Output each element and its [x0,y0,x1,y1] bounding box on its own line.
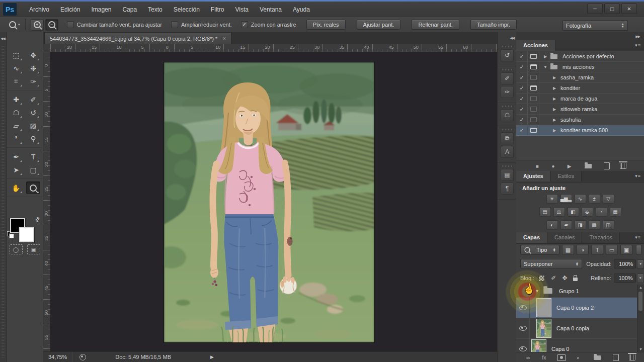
button-ajustar-pant[interactable]: Ajustar pant. [357,20,401,30]
include-check-icon[interactable]: ✓ [516,115,528,125]
menu-archivo[interactable]: Archivo [24,4,55,15]
properties-panel-icon[interactable]: ¶ [501,183,514,195]
brush-presets-panel-icon[interactable]: ✑ [501,86,514,98]
quick-selection-tool-icon[interactable]: ❉ [26,62,40,74]
filter-adjustment-layers-icon[interactable]: ◑ [577,245,589,255]
dialog-toggle-icon[interactable] [528,104,539,114]
layer-row-capa-0-copia[interactable]: Capa 0 copia [516,318,644,339]
panel-menu-icon[interactable]: ▾≡ [635,173,641,178]
visibility-toggle[interactable] [516,298,530,318]
tab-ajustes[interactable]: Ajustes [516,171,551,182]
zoom-tool-icon[interactable] [26,182,40,194]
expand-right-icon[interactable]: ▶ [551,86,557,90]
menu-filtro[interactable]: Filtro [205,4,230,15]
eraser-tool-icon[interactable]: ▱ [9,119,23,132]
layer-thumbnail[interactable] [537,319,551,337]
brush-tool-icon[interactable]: ✐ [26,93,40,106]
menu-vista[interactable]: Vista [229,4,254,15]
pen-tool-icon[interactable]: ✒ [9,150,23,163]
selective-color-icon[interactable]: ◫ [603,220,614,230]
path-selection-tool-icon[interactable]: ➤ [9,163,23,176]
threshold-icon[interactable]: ◨ [575,220,586,230]
canvas-image[interactable] [164,62,374,342]
crop-tool-icon[interactable]: ⌗ [9,75,23,87]
menu-capa[interactable]: Capa [117,4,142,15]
lock-all-icon[interactable] [573,276,578,281]
action-row-sitioweb-ramka[interactable]: ✓▶sitioweb ramka [516,104,644,115]
menu-ventana[interactable]: Ventana [254,4,287,15]
channel-mixer-icon[interactable]: ◔ [596,207,607,217]
new-layer-icon[interactable] [613,354,619,361]
button-rellenar-pant[interactable]: Rellenar pant. [412,20,459,30]
lasso-tool-icon[interactable]: ∿ [9,62,23,74]
zoom-tool-preset[interactable]: ▾ [9,21,20,28]
zoom-out-button[interactable]: − [45,19,58,31]
dialog-toggle-icon[interactable] [528,125,539,135]
layer-thumbnail[interactable] [532,340,546,352]
new-adjustment-layer-icon[interactable]: ◐ [576,355,582,360]
collapse-panel-icon[interactable]: ◀◀ [1,37,5,41]
blend-mode-select[interactable]: Superponer ▲▼ [520,259,582,269]
expand-right-icon[interactable]: ▶ [551,97,557,101]
stop-playing-icon[interactable]: ■ [534,163,540,169]
include-check-icon[interactable]: ✓ [516,51,528,61]
layer-filter-type-select[interactable]: Tipo ▲▼ [520,245,559,255]
tab-acciones[interactable]: Acciones [516,40,555,51]
add-layer-mask-icon[interactable] [557,354,566,361]
scroll-down-icon[interactable]: ▼ [637,347,644,351]
lock-image-pixels-icon[interactable]: ✐ [551,275,556,282]
checkbox-icon[interactable] [171,21,178,28]
collapse-dock-icon[interactable]: ▶▶ [635,35,640,39]
lock-transparent-pixels-icon[interactable] [538,275,545,282]
layer-style-icon[interactable]: fx [541,355,547,360]
tab-canales[interactable]: Canales [547,232,582,243]
levels-icon[interactable]: ▄▆▂ [560,194,572,204]
blur-tool-icon[interactable]: ❜ [9,132,23,145]
dodge-tool-icon[interactable]: ⚲ [26,132,40,145]
screen-mode-button[interactable]: ▣ [27,244,40,254]
filter-type-layers-icon[interactable]: T [591,245,603,255]
expand-right-icon[interactable]: ▶ [542,54,548,59]
zoom-in-button[interactable]: + [31,19,44,31]
scrollbar-thumb[interactable] [638,292,642,311]
include-check-icon[interactable]: ✓ [516,72,528,82]
include-check-icon[interactable]: ✓ [516,83,528,93]
fill-field[interactable]: 100% [614,274,636,283]
dialog-toggle-icon[interactable] [528,51,539,61]
dialog-toggle-icon[interactable] [528,115,539,125]
menu-seleccion[interactable]: Selección [168,4,205,15]
visibility-toggle[interactable] [516,339,530,352]
include-check-icon[interactable]: ✓ [516,62,528,72]
gradient-map-icon[interactable]: ▩ [589,220,600,230]
tab-capas[interactable]: Capas [516,232,547,243]
swap-colors-icon[interactable]: ⇄ [34,216,42,224]
scroll-up-icon[interactable]: ▲ [637,286,644,289]
black-white-icon[interactable]: ◧ [568,207,579,217]
checkbox-icon[interactable] [67,21,74,28]
action-row-sasha-ramka[interactable]: ✓▶sasha_ramka [516,72,644,83]
status-menu-arrow[interactable]: ▶ [210,354,214,359]
brush-panel-icon[interactable]: ✐ [501,72,514,84]
type-tool-icon[interactable]: T [26,150,40,163]
new-group-icon[interactable] [592,355,603,360]
menu-texto[interactable]: Texto [142,4,168,15]
layer-row-capa-0[interactable]: Capa 0 [516,339,644,352]
play-selection-icon[interactable]: ▶ [567,163,573,169]
canvas-area[interactable] [50,52,497,352]
include-check-icon[interactable]: ✓ [516,104,528,114]
tab-trazados[interactable]: Trazados [582,232,619,243]
healing-brush-tool-icon[interactable]: ✚ [9,93,23,106]
invert-icon[interactable]: ◐ [546,220,558,230]
filter-smart-objects-icon[interactable]: ▣ [620,245,632,255]
button-tamano-impr[interactable]: Tamaño impr. [470,20,517,30]
delete-action-icon[interactable] [620,163,626,169]
panel-menu-icon[interactable]: ▾≡ [635,43,641,48]
history-brush-tool-icon[interactable]: ↺ [26,106,40,119]
quick-mask-button[interactable]: ◯ [10,244,23,254]
dialog-toggle-icon[interactable] [528,72,539,82]
clone-stamp-tool-icon[interactable]: ☖ [9,106,23,119]
action-row-marca-de-agua[interactable]: ✓▶marca de agua [516,94,644,104]
color-lookup-icon[interactable]: ▦ [610,207,621,217]
clone-source-panel-icon[interactable]: ☖ [501,109,514,121]
hue-saturation-icon[interactable]: ▤ [539,207,551,217]
